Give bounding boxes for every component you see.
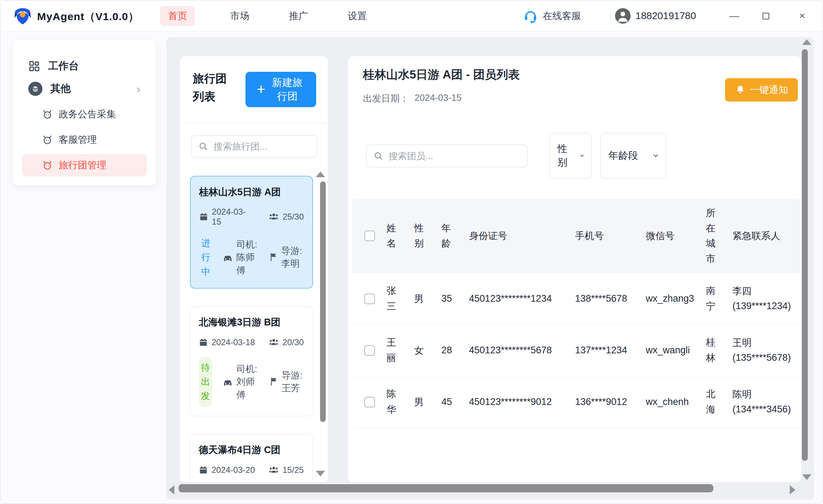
tour-capacity: 25/30 xyxy=(283,212,304,222)
depart-date-row: 出发日期： 2024-03-15 xyxy=(363,92,462,105)
tour-card[interactable]: 德天瀑布4日游 C团 2024-03-20 xyxy=(190,434,313,482)
close-button[interactable]: × xyxy=(796,10,808,22)
notify-all-label: 一键通知 xyxy=(750,83,788,96)
row-checkbox[interactable] xyxy=(364,345,375,356)
tour-card-title: 德天瀑布4日游 C团 xyxy=(199,444,304,456)
nav-settings[interactable]: 设置 xyxy=(343,6,371,26)
minimize-button[interactable]: — xyxy=(729,10,740,22)
depart-date-label: 出发日期： xyxy=(363,92,409,105)
agent-icon xyxy=(42,160,53,171)
nav-promotion[interactable]: 推广 xyxy=(285,6,312,26)
member-age: 28 xyxy=(437,345,465,356)
tour-list-scrollbar[interactable] xyxy=(320,181,326,422)
depart-date-value: 2024-03-15 xyxy=(415,92,462,105)
people-icon xyxy=(268,465,279,475)
table-row: 陈华 男 45 450123********9012 136****9012 w… xyxy=(352,376,800,428)
select-all-checkbox[interactable] xyxy=(364,231,375,241)
maximize-button[interactable] xyxy=(763,13,774,19)
member-phone: 138****5678 xyxy=(571,293,642,304)
col-phone: 手机号 xyxy=(571,230,642,242)
user-account[interactable]: 18820191780 xyxy=(615,8,696,24)
col-gender: 性别 xyxy=(414,221,425,251)
workbench-icon xyxy=(28,60,40,72)
tour-driver: 司机: 刘师傅 xyxy=(236,363,259,401)
member-name: 王丽 xyxy=(387,335,397,365)
sidebar-item-customer-service[interactable]: 客服管理 xyxy=(22,128,147,151)
member-phone: 136****9012 xyxy=(571,396,642,407)
col-emergency: 紧急联系人 xyxy=(728,230,800,242)
member-table-header: 姓名 性别 年龄 身份证号 手机号 微信号 所在城市 紧急联系人 xyxy=(352,199,800,273)
row-checkbox[interactable] xyxy=(364,294,375,304)
member-gender: 男 xyxy=(410,292,437,305)
tour-status-badge: 待出发 xyxy=(199,357,212,407)
top-bar-right: 在线客服 18820191780 — × xyxy=(523,0,808,31)
sidebar-customer-service-label: 客服管理 xyxy=(59,133,97,146)
car-icon xyxy=(222,376,233,387)
horizontal-scrollbar[interactable] xyxy=(179,484,713,492)
member-age: 35 xyxy=(437,293,465,304)
member-list-panel: 桂林山水5日游 A团 - 团员列表 出发日期： 2024-03-15 一键通知 … xyxy=(348,56,801,482)
member-emergency: 王明 (135****5678) xyxy=(728,336,800,365)
avatar xyxy=(615,8,631,24)
scroll-down-arrow[interactable] xyxy=(802,474,811,480)
calendar-icon xyxy=(199,212,208,221)
tour-card-title: 桂林山水5日游 A团 xyxy=(199,186,304,198)
sidebar-item-workbench[interactable]: 工作台 xyxy=(22,55,147,77)
member-city: 北海 xyxy=(706,387,717,417)
layers-icon xyxy=(28,82,42,96)
new-tour-button-label: 新建旅行团 xyxy=(269,76,305,103)
sidebar-gov-notice-label: 政务公告采集 xyxy=(59,108,116,121)
online-service-label: 在线客服 xyxy=(543,10,581,22)
col-name: 姓名 xyxy=(387,221,397,251)
sidebar-item-other[interactable]: 其他 › xyxy=(22,77,147,100)
car-icon xyxy=(222,251,233,263)
member-wechat: wx_zhang3 xyxy=(642,293,702,304)
sidebar-tour-management-label: 旅行团管理 xyxy=(59,159,106,172)
tour-date: 2024-03-15 xyxy=(212,207,255,227)
member-gender: 女 xyxy=(410,344,437,357)
agent-icon xyxy=(42,109,53,120)
member-table: 姓名 性别 年龄 身份证号 手机号 微信号 所在城市 紧急联系人 张三 男 35… xyxy=(352,199,800,428)
nav-home[interactable]: 首页 xyxy=(160,6,195,26)
gender-filter-select[interactable]: 性别 xyxy=(549,133,592,178)
scroll-down-arrow[interactable] xyxy=(316,471,325,476)
app-logo xyxy=(12,6,33,27)
scroll-up-arrow[interactable] xyxy=(802,39,811,45)
new-tour-button[interactable]: + 新建旅行团 xyxy=(245,72,316,107)
tour-status-badge: 进行中 xyxy=(199,236,213,279)
tour-cards: 桂林山水5日游 A团 2024-03-15 xyxy=(190,176,313,482)
member-gender: 男 xyxy=(410,396,437,409)
tour-list-panel: 旅行团列表 + 新建旅行团 桂林山水5日游 A团 2024-03-15 xyxy=(180,56,328,482)
scroll-right-arrow[interactable] xyxy=(790,485,795,494)
gender-filter-label: 性别 xyxy=(557,142,573,169)
tour-date: 2024-03-20 xyxy=(211,465,255,475)
age-filter-select[interactable]: 年龄段 xyxy=(600,133,666,178)
tour-search-box xyxy=(191,135,317,157)
app-title: MyAgent（V1.0.0） xyxy=(37,10,139,24)
notify-all-button[interactable]: 一键通知 xyxy=(725,78,798,102)
tour-search-input[interactable] xyxy=(214,141,311,152)
tour-card[interactable]: 桂林山水5日游 A团 2024-03-15 xyxy=(190,176,313,289)
member-search-input[interactable] xyxy=(389,151,521,162)
flag-icon xyxy=(269,377,279,387)
people-icon xyxy=(268,337,279,348)
row-checkbox[interactable] xyxy=(364,397,375,407)
sidebar-item-gov-notice[interactable]: 政务公告采集 xyxy=(22,103,147,126)
scroll-up-arrow[interactable] xyxy=(316,172,325,177)
member-age: 45 xyxy=(437,396,465,407)
sidebar-item-tour-management[interactable]: 旅行团管理 xyxy=(22,154,147,176)
online-service[interactable]: 在线客服 xyxy=(523,8,581,23)
maximize-icon xyxy=(763,13,769,19)
vertical-scrollbar[interactable] xyxy=(802,49,808,461)
window-controls: — × xyxy=(729,10,808,22)
sidebar: 工作台 其他 › 政务公告采集 xyxy=(13,40,156,185)
tour-card[interactable]: 北海银滩3日游 B团 2024-03-18 xyxy=(190,306,313,416)
scroll-left-arrow[interactable] xyxy=(169,485,174,494)
headset-icon xyxy=(523,8,538,23)
divider xyxy=(180,123,328,123)
nav-market[interactable]: 市场 xyxy=(226,6,254,26)
member-city: 南宁 xyxy=(706,283,717,314)
plus-icon: + xyxy=(257,82,266,97)
member-search-box xyxy=(366,145,528,167)
tour-driver: 司机: 陈师傅 xyxy=(236,238,259,277)
